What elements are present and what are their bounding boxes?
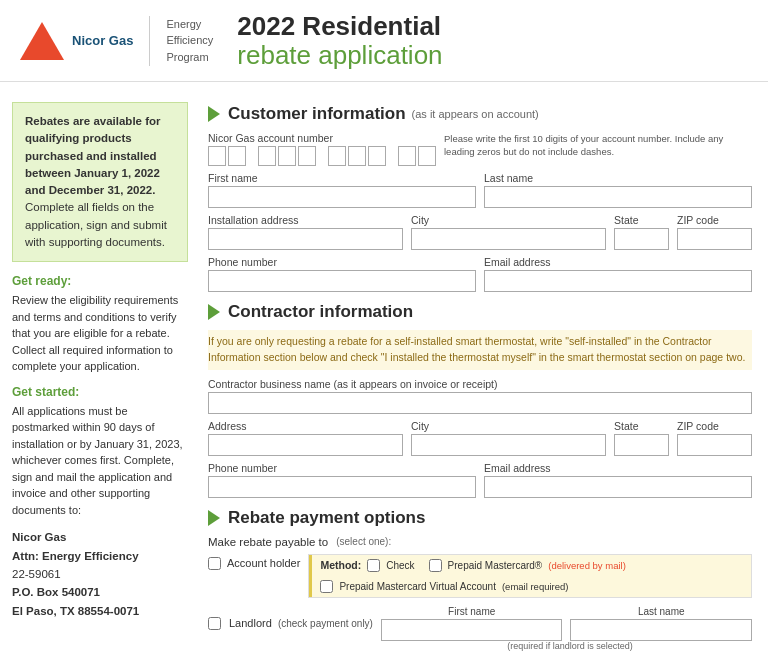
program-text: Energy Efficiency Program bbox=[166, 16, 213, 66]
nicor-logo-triangle bbox=[20, 22, 64, 60]
sidebar-get-started-title: Get started: bbox=[12, 385, 188, 399]
customer-section-title: Customer information bbox=[228, 104, 406, 124]
sidebar-get-started-text: All applications must be postmarked with… bbox=[12, 403, 188, 519]
nicor-logo-text: Nicor Gas bbox=[72, 33, 133, 49]
select-one-label: (select one): bbox=[336, 536, 391, 547]
virtual-account-checkbox[interactable] bbox=[320, 580, 333, 593]
make-payable-label: Make rebate payable to bbox=[208, 536, 328, 548]
phone-email-row: Phone number Email address bbox=[208, 256, 752, 292]
contractor-address-label: Address bbox=[208, 420, 403, 432]
landlord-first-name-label: First name bbox=[381, 606, 563, 617]
contractor-section-title: Contractor information bbox=[228, 302, 413, 322]
acct-box-3[interactable] bbox=[258, 146, 276, 166]
account-boxes-row bbox=[208, 146, 436, 166]
sidebar: Rebates are available for qualifying pro… bbox=[0, 92, 200, 651]
account-number-row: Nicor Gas account number bbox=[208, 132, 752, 166]
city-group: City bbox=[411, 214, 606, 250]
contractor-state-label: State bbox=[614, 420, 669, 432]
account-holder-label: Account holder bbox=[227, 557, 300, 569]
first-name-input[interactable] bbox=[208, 186, 476, 208]
customer-section-header: Customer information (as it appears on a… bbox=[208, 104, 752, 124]
logo-area: Nicor Gas bbox=[20, 22, 133, 60]
acct-box-6[interactable] bbox=[328, 146, 346, 166]
contractor-state-group: State bbox=[614, 420, 669, 456]
landlord-first-name-input[interactable] bbox=[381, 619, 563, 641]
email-group: Email address bbox=[484, 256, 752, 292]
acct-box-4[interactable] bbox=[278, 146, 296, 166]
check-checkbox[interactable] bbox=[367, 559, 380, 572]
address-input[interactable] bbox=[208, 228, 403, 250]
acct-box-1[interactable] bbox=[208, 146, 226, 166]
sidebar-get-started: Get started: All applications must be po… bbox=[12, 385, 188, 519]
account-box-group-4 bbox=[398, 146, 436, 166]
virtual-row: Prepaid Mastercard Virtual Account (emai… bbox=[309, 576, 751, 597]
contractor-business-input[interactable] bbox=[208, 392, 752, 414]
check-payment-only-label: (check payment only) bbox=[278, 618, 373, 629]
contractor-business-row: Contractor business name (as it appears … bbox=[208, 378, 752, 414]
required-note: (required if landlord is selected) bbox=[388, 641, 752, 651]
contractor-phone-input[interactable] bbox=[208, 476, 476, 498]
customer-section-note: (as it appears on account) bbox=[412, 108, 539, 120]
payment-options-box: Method: Check Prepaid Mastercard® (deliv… bbox=[308, 554, 752, 598]
title-area: 2022 Residential rebate application bbox=[237, 12, 442, 69]
landlord-last-name-group: Last name bbox=[570, 606, 752, 641]
city-input[interactable] bbox=[411, 228, 606, 250]
contractor-phone-email-row: Phone number Email address bbox=[208, 462, 752, 498]
contractor-email-group: Email address bbox=[484, 462, 752, 498]
name-row: First name Last name bbox=[208, 172, 752, 208]
prepaid-mastercard-checkbox[interactable] bbox=[429, 559, 442, 572]
acct-box-8[interactable] bbox=[368, 146, 386, 166]
zip-input[interactable] bbox=[677, 228, 752, 250]
prepaid-mastercard-label: Prepaid Mastercard® bbox=[448, 560, 543, 571]
title-line1: 2022 Residential bbox=[237, 12, 442, 41]
phone-group: Phone number bbox=[208, 256, 476, 292]
account-note: Please write the first 10 digits of your… bbox=[436, 132, 752, 159]
phone-label: Phone number bbox=[208, 256, 476, 268]
landlord-last-name-input[interactable] bbox=[570, 619, 752, 641]
acct-box-10[interactable] bbox=[418, 146, 436, 166]
city-label: City bbox=[411, 214, 606, 226]
landlord-fields: First name Last name bbox=[381, 606, 752, 641]
landlord-checkbox[interactable] bbox=[208, 617, 221, 630]
acct-box-9[interactable] bbox=[398, 146, 416, 166]
sidebar-get-ready-text: Review the eligibility requirements and … bbox=[12, 292, 188, 375]
header-divider bbox=[149, 16, 150, 66]
check-label: Check bbox=[386, 560, 414, 571]
contractor-address-group: Address bbox=[208, 420, 403, 456]
zip-label: ZIP code bbox=[677, 214, 752, 226]
contractor-state-input[interactable] bbox=[614, 434, 669, 456]
address-group: Installation address bbox=[208, 214, 403, 250]
account-box-group-3 bbox=[328, 146, 386, 166]
sidebar-get-ready: Get ready: Review the eligibility requir… bbox=[12, 274, 188, 375]
contractor-zip-input[interactable] bbox=[677, 434, 752, 456]
state-input[interactable] bbox=[614, 228, 669, 250]
first-name-label: First name bbox=[208, 172, 476, 184]
email-label: Email address bbox=[484, 256, 752, 268]
contractor-section-header: Contractor information bbox=[208, 302, 752, 322]
contractor-note: If you are only requesting a rebate for … bbox=[208, 330, 752, 370]
acct-box-5[interactable] bbox=[298, 146, 316, 166]
phone-input[interactable] bbox=[208, 270, 476, 292]
contractor-city-label: City bbox=[411, 420, 606, 432]
sidebar-attn: Attn: Energy Efficiency bbox=[12, 550, 139, 562]
last-name-group: Last name bbox=[484, 172, 752, 208]
sidebar-info-bold: Rebates are available for qualifying pro… bbox=[25, 115, 161, 196]
contractor-address-row: Address City State ZIP code bbox=[208, 420, 752, 456]
form-area: Customer information (as it appears on a… bbox=[200, 92, 768, 651]
email-input[interactable] bbox=[484, 270, 752, 292]
contractor-address-input[interactable] bbox=[208, 434, 403, 456]
contractor-phone-label: Phone number bbox=[208, 462, 476, 474]
sidebar-code: 22-59061 bbox=[12, 568, 61, 580]
account-holder-checkbox[interactable] bbox=[208, 557, 221, 570]
landlord-label: Landlord (check payment only) bbox=[229, 617, 373, 629]
account-box-group-2 bbox=[258, 146, 316, 166]
sidebar-city-state: El Paso, TX 88554-0071 bbox=[12, 605, 139, 617]
contractor-email-input[interactable] bbox=[484, 476, 752, 498]
acct-box-2[interactable] bbox=[228, 146, 246, 166]
acct-box-7[interactable] bbox=[348, 146, 366, 166]
sidebar-company: Nicor Gas bbox=[12, 531, 66, 543]
contractor-city-input[interactable] bbox=[411, 434, 606, 456]
last-name-input[interactable] bbox=[484, 186, 752, 208]
last-name-label: Last name bbox=[484, 172, 752, 184]
sidebar-get-ready-title: Get ready: bbox=[12, 274, 188, 288]
